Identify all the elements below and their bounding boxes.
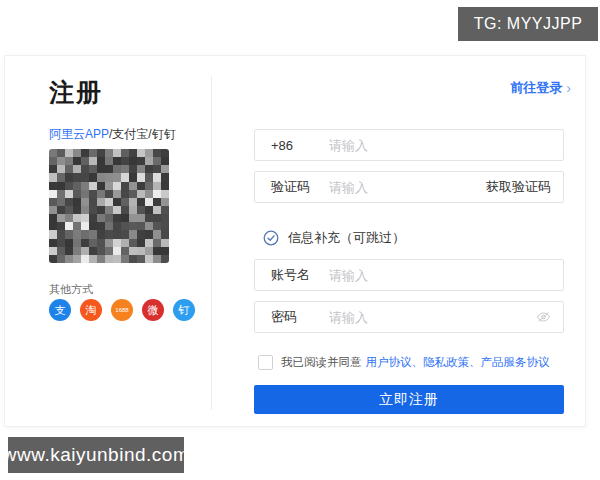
qr-method-aliyun-app[interactable]: 阿里云APP bbox=[49, 127, 109, 141]
agreement-link[interactable]: 隐私政策 bbox=[423, 356, 469, 368]
account-field-row: 账号名 bbox=[254, 259, 564, 291]
tg-contact-badge: TG: MYYJJPP bbox=[458, 7, 598, 41]
agreement-checkbox[interactable] bbox=[258, 355, 273, 370]
agreement-link[interactable]: 用户协议 bbox=[366, 356, 412, 368]
agreement-prefix: 我已阅读并同意 bbox=[281, 355, 362, 370]
weibo-icon[interactable]: 微 bbox=[142, 299, 164, 321]
qr-methods-label: 阿里云APP/支付宝/钉钉 bbox=[49, 126, 176, 143]
password-field-row: 密码 bbox=[254, 301, 564, 333]
register-now-button[interactable]: 立即注册 bbox=[254, 385, 564, 414]
country-code-selector[interactable]: +86 bbox=[271, 138, 327, 153]
password-visibility-toggle[interactable] bbox=[536, 311, 551, 323]
1688-icon[interactable]: 1688 bbox=[111, 299, 133, 321]
agreement-links: 用户协议、隐私政策、产品服务协议 bbox=[366, 355, 550, 370]
dingtalk-icon[interactable]: 钉 bbox=[173, 299, 195, 321]
register-card: 注册 阿里云APP/支付宝/钉钉 其他方式 支淘1688微钉 前往登录 › +8… bbox=[4, 55, 586, 427]
phone-input[interactable] bbox=[327, 137, 563, 154]
sms-code-input[interactable] bbox=[327, 179, 486, 196]
phone-field-row: +86 bbox=[254, 129, 564, 161]
agreement-link[interactable]: 产品服务协议 bbox=[481, 356, 550, 368]
qr-code bbox=[49, 149, 169, 263]
agreement-link-separator: 、 bbox=[412, 356, 424, 368]
sms-code-label: 验证码 bbox=[271, 178, 327, 196]
account-name-label: 账号名 bbox=[271, 266, 327, 284]
site-url-badge: www.kaiyunbind.com bbox=[8, 437, 184, 473]
sms-code-field-row: 验证码 获取验证码 bbox=[254, 171, 564, 203]
registration-page: { "badges": { "tg": "TG: MYYJJPP", "site… bbox=[0, 0, 600, 480]
check-circle-icon bbox=[263, 230, 279, 246]
info-supplement-label: 信息补充（可跳过） bbox=[288, 229, 405, 247]
vertical-divider bbox=[211, 76, 212, 410]
page-title: 注册 bbox=[49, 76, 103, 109]
go-to-login-label: 前往登录 bbox=[510, 79, 562, 97]
info-supplement-row: 信息补充（可跳过） bbox=[263, 229, 405, 247]
agreement-row: 我已阅读并同意 用户协议、隐私政策、产品服务协议 bbox=[258, 355, 550, 370]
account-name-input[interactable] bbox=[327, 267, 563, 284]
social-login-row: 支淘1688微钉 bbox=[49, 299, 195, 321]
password-input[interactable] bbox=[327, 309, 536, 326]
alipay-icon[interactable]: 支 bbox=[49, 299, 71, 321]
chevron-right-icon: › bbox=[566, 80, 571, 96]
eye-off-icon bbox=[536, 311, 551, 323]
agreement-link-separator: 、 bbox=[469, 356, 481, 368]
go-to-login-link[interactable]: 前往登录 › bbox=[510, 79, 571, 97]
taobao-icon[interactable]: 淘 bbox=[80, 299, 102, 321]
other-methods-label: 其他方式 bbox=[49, 282, 93, 297]
password-label: 密码 bbox=[271, 308, 327, 326]
qr-method-others: /支付宝/钉钉 bbox=[109, 127, 176, 141]
get-sms-code-button[interactable]: 获取验证码 bbox=[486, 178, 551, 196]
